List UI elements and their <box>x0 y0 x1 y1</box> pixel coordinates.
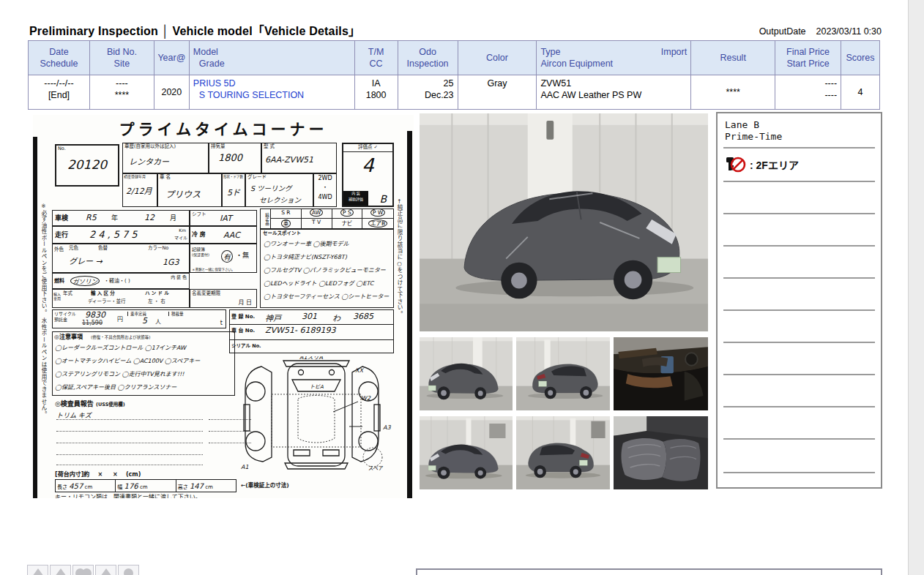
sheet-grade-box: グレード S ツーリング セレクション <box>245 173 313 207</box>
score-value: 4 <box>343 154 392 176</box>
sheet-notes-box: ◎注意事項 (修復・不具合箇所および状態等) ◯レーダークルーズコントロール ◯… <box>52 331 235 396</box>
dimension-boxes: 長さ 457 cm 幅 176 cm 高さ 147 cm <box>55 479 236 492</box>
vehicle-details-page: Preliminary Inspection │ Vehicle model「V… <box>0 0 924 575</box>
thumb-front-left-2[interactable] <box>420 416 513 489</box>
col-color: Color <box>458 41 537 75</box>
sheet-mileage-row: 走行 24,575 Km マイル <box>52 226 190 244</box>
svg-text:A3: A3 <box>383 424 391 431</box>
sheet-color-row: 外色 元色 色替 グレー → カラーNo 1G3 <box>52 244 190 273</box>
svg-text:スペア: スペア <box>368 465 384 470</box>
sheet-drive-box: 2WD・4WD <box>313 173 337 207</box>
sheet-fuel-row: 燃料 ガソリン ・軽油・( ) 内 装 色 <box>52 273 190 289</box>
thumb-front-left[interactable] <box>420 337 513 410</box>
key-restriction-text: : 2Fエリア <box>750 157 799 172</box>
sheet-record-box: 記録簿 (保証書付) 有 ・無 ＊書類と一緒に保管下さい。 <box>190 244 257 273</box>
grade-link[interactable]: S TOURING SELECTION <box>193 89 304 101</box>
col-import-label: Import <box>661 46 687 58</box>
inspection-sheet-scan: プライムタイムコーナー ※必ず油性ボールペンをご使用下さい。 水性ボールペンは使… <box>33 115 414 498</box>
cell-year: 2020 <box>154 75 190 109</box>
sheet-model-code-box: 型 式 6AA-ZVW51 <box>261 143 337 173</box>
sheet-shift-box: シフト IAT <box>190 210 257 226</box>
col-bid-site: Bid No.Site <box>90 41 154 75</box>
dims-note: ←(車検証上の寸法) <box>241 483 289 489</box>
svg-text:A1: A1 <box>241 464 249 470</box>
key-prohibited-icon <box>725 156 747 173</box>
bed-dims-label: [荷台内寸]約 × × (cm) <box>55 471 141 478</box>
sheet-cooling-box: 冷 房 AAC <box>190 226 257 244</box>
mini-thumb-2[interactable] <box>50 565 71 575</box>
thumb-rear-right[interactable] <box>516 337 610 410</box>
cell-date-schedule: ----/--/--[End] <box>29 75 90 109</box>
svg-text:W2: W2 <box>361 395 371 402</box>
cell-tm-cc: IA1800 <box>355 75 398 109</box>
output-date: OutputDate2023/03/11 0:30 <box>759 26 882 37</box>
table-header-row: DateSchedule Bid No.Site Year@ ModelGrad… <box>29 41 879 75</box>
next-section-box <box>416 568 882 575</box>
page-title: Preliminary Inspection │ Vehicle model「V… <box>29 21 360 39</box>
sheet-right-margin-note: ←純正品に限り該当に○をつけて下さい。 <box>395 199 403 488</box>
vehicle-summary-table: DateSchedule Bid No.Site Year@ ModelGrad… <box>28 40 880 110</box>
thumb-rear-seats[interactable] <box>614 416 708 489</box>
svg-text:XX: XX <box>355 367 364 374</box>
col-model-grade: ModelGrade <box>190 41 355 75</box>
output-date-label: OutputDate <box>759 26 806 37</box>
thumb-dashboard[interactable] <box>614 337 708 410</box>
output-date-value: 2023/03/11 0:30 <box>816 26 882 37</box>
sheet-displacement-box: 排気量 1800 <box>209 143 261 173</box>
sheet-registration-block: 登 録 No. 神戸 301 わ 3685 車 台 No. ZVW51- 618… <box>229 309 394 353</box>
lane-info-panel: Lane B Prime-Time : 2Fエリア <box>716 112 882 489</box>
vehicle-row: ----/--/--[End] ----**** 2020 PRIUS 5D S… <box>29 75 879 109</box>
sheet-sales-points: セールスポイント ◯ワンオーナー車 ◯後期モデル ◯トヨタ純正ナビ(NSZT-Y… <box>260 229 394 308</box>
col-tm-cc: T/MCC <box>355 41 398 75</box>
clipped-bottom-text: キー・リモコン類は、関連書類と一緒に渡して下さい。 <box>55 494 201 498</box>
sheet-car-name-box: 車 名 プリウス <box>157 173 222 207</box>
interior-grade-label: 内 装補助評価 <box>343 191 368 206</box>
svg-text:A1スリA: A1スリA <box>299 356 324 361</box>
sheet-title: プライムタイムコーナー <box>33 117 414 139</box>
main-photo-front-quarter <box>420 113 708 331</box>
col-date-schedule: DateSchedule <box>29 41 90 75</box>
cell-odo-inspection: 25Dec.23 <box>398 75 458 109</box>
col-scores: Scores <box>841 41 879 75</box>
cell-bid-site: ----**** <box>90 75 154 109</box>
mini-thumb-3[interactable] <box>72 565 94 575</box>
scrollbar-track[interactable] <box>908 0 924 575</box>
cell-scores: 4 <box>841 75 879 109</box>
lane-time: Prime-Time <box>725 131 782 143</box>
sheet-doors-box: 形状・ドア数 5ド <box>222 173 245 207</box>
panel-divider <box>723 147 875 149</box>
scan-edge-left <box>33 137 37 498</box>
sheet-import-row: 輸入車用 年式 輸 入 区 分 ディーラー・並行 ハ ン ド ル 左 ・ 右 <box>52 289 190 308</box>
col-result: Result <box>691 41 775 75</box>
cell-model-grade: PRIUS 5D S TOURING SELECTION <box>190 75 355 109</box>
main-vehicle-photo[interactable] <box>420 113 708 331</box>
cell-type-equipment: ZVW51AAC AW Leather PS PW <box>537 75 691 109</box>
sheet-first-reg-box: 初度登録年月 2/12月 <box>122 173 157 207</box>
svg-text:トビA: トビA <box>310 384 324 390</box>
sheet-history-box: 車歴(自家用以外は記入) レンタカー <box>122 143 209 173</box>
mini-thumb-4[interactable] <box>95 565 116 575</box>
col-final-start-price: Final PriceStart Price <box>775 41 841 75</box>
mini-thumb-5[interactable] <box>118 565 139 575</box>
sheet-genuine-grid: 純正品 S R AW P S P W 革 T V ナビ エアB <box>260 208 394 229</box>
col-type-equipment: TypeImport Aircon Equipment <box>537 41 691 75</box>
sheet-no-value: 20120 <box>56 157 118 172</box>
cell-final-start-price: -------- <box>775 75 841 109</box>
cell-color: Gray <box>458 75 537 109</box>
col-odo-inspection: OdoInspection <box>398 41 458 75</box>
sheet-rename-box: 名義変更期限 月 日 <box>190 289 257 308</box>
model-link[interactable]: PRIUS 5D <box>193 78 236 89</box>
thumb-rear-left[interactable] <box>516 416 610 489</box>
sheet-no-box: No. 20120 <box>55 144 119 187</box>
damage-diagram: A1スリA XX トビA W2 A3 A1 スペア <box>239 356 395 470</box>
interior-grade-value: B <box>379 193 387 205</box>
sheet-left-margin-note: ※必ず油性ボールペンをご使用下さい。 水性ボールペンは使用できません。 <box>40 203 48 488</box>
sheet-shaken-row: 車検 R5 年 12 月 <box>52 210 190 226</box>
col-year: Year@ <box>154 41 190 75</box>
key-restriction-row: : 2Fエリア <box>725 156 799 173</box>
inspector-report-label: ◎検査員報告 (USS使用欄) <box>55 400 125 407</box>
lane-name: Lane B <box>725 119 759 131</box>
mini-thumb-1[interactable] <box>27 565 48 575</box>
sheet-recycle-row: リサイクル 預託金 9830 11,590 円 乗車定員 5 人 積載量 t <box>52 309 226 328</box>
sheet-score-box: 評価点 ✓ 4 内 装補助評価 B <box>342 143 394 207</box>
